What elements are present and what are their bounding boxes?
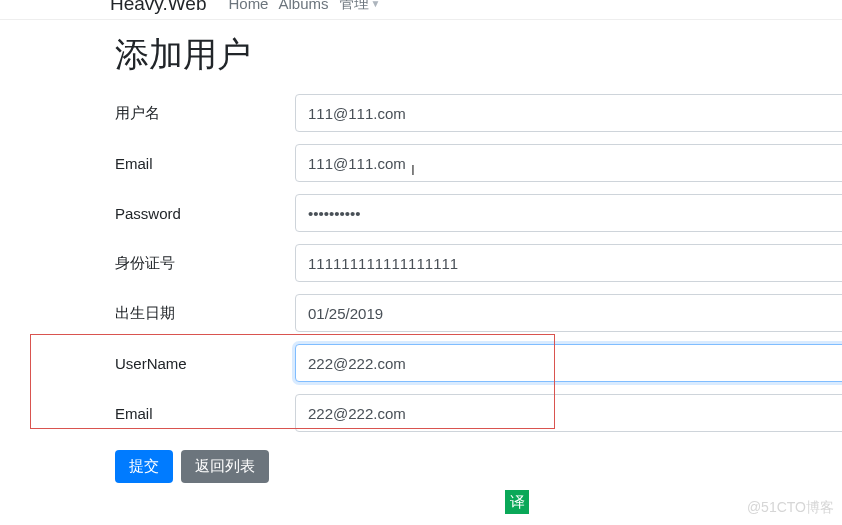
input-email2[interactable] bbox=[295, 394, 842, 432]
row-email2: Email bbox=[115, 388, 842, 438]
row-username: 用户名 bbox=[115, 88, 842, 138]
label-username: 用户名 bbox=[115, 104, 295, 123]
nav-home[interactable]: Home bbox=[228, 0, 268, 12]
row-birthdate: 出生日期 bbox=[115, 288, 842, 338]
label-idcard: 身份证号 bbox=[115, 254, 295, 273]
label-email2: Email bbox=[115, 405, 295, 422]
label-password: Password bbox=[115, 205, 295, 222]
translate-icon[interactable]: 译 bbox=[505, 490, 529, 514]
button-row: 提交 返回列表 bbox=[115, 450, 842, 483]
input-username[interactable] bbox=[295, 94, 842, 132]
input-email[interactable] bbox=[295, 144, 842, 182]
input-idcard[interactable] bbox=[295, 244, 842, 282]
nav-albums[interactable]: Albums bbox=[278, 0, 328, 12]
row-username2: UserName bbox=[115, 338, 842, 388]
content: 添加用户 用户名 Email Password 身份证号 出生日期 UserNa… bbox=[0, 20, 842, 483]
navbar: Heavy.Web Home Albums 管理 ▼ bbox=[0, 0, 842, 20]
row-password: Password bbox=[115, 188, 842, 238]
input-password[interactable] bbox=[295, 194, 842, 232]
chevron-down-icon: ▼ bbox=[371, 0, 381, 9]
nav-admin-dropdown[interactable]: 管理 ▼ bbox=[339, 0, 381, 13]
row-idcard: 身份证号 bbox=[115, 238, 842, 288]
navbar-brand[interactable]: Heavy.Web bbox=[110, 0, 206, 15]
label-birthdate: 出生日期 bbox=[115, 304, 295, 323]
submit-button[interactable]: 提交 bbox=[115, 450, 173, 483]
back-button[interactable]: 返回列表 bbox=[181, 450, 269, 483]
watermark: @51CTO博客 bbox=[747, 499, 834, 517]
page-title: 添加用户 bbox=[115, 32, 842, 78]
label-username2: UserName bbox=[115, 355, 295, 372]
row-email: Email bbox=[115, 138, 842, 188]
input-username2[interactable] bbox=[295, 344, 842, 382]
input-birthdate[interactable] bbox=[295, 294, 842, 332]
label-email: Email bbox=[115, 155, 295, 172]
nav-admin-label: 管理 bbox=[339, 0, 369, 13]
